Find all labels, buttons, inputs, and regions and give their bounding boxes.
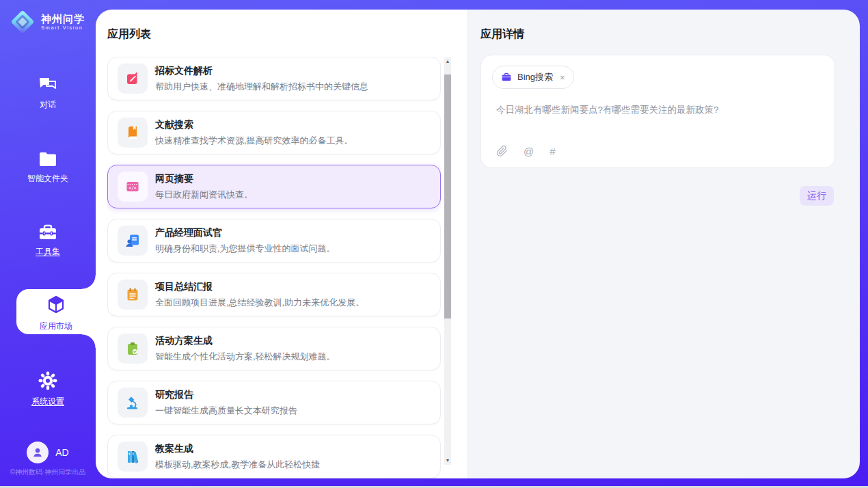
sidebar-item-label: 系统设置 <box>0 396 96 407</box>
app-name: 产品经理面试官 <box>155 227 222 238</box>
app-name: 文献搜索 <box>155 119 193 130</box>
copyright-text: ©神州数码·神州问学出品 <box>0 467 96 477</box>
icon-box <box>118 442 148 472</box>
app-desc: 智能生成个性化活动方案,轻松解决规划难题。 <box>155 351 336 363</box>
microscope-icon <box>124 394 141 411</box>
app-card-bid-analysis[interactable]: 招标文件解析 帮助用户快速、准确地理解和解析招标书中的关键信息 <box>107 57 441 100</box>
app-desc: 模板驱动,教案秒成,教学准备从此轻松快捷 <box>155 459 320 471</box>
app-name: 网页摘要 <box>155 173 193 184</box>
avatar <box>27 442 49 463</box>
sidebar-item-smart-folder[interactable]: 智能文件夹 <box>0 150 96 185</box>
app-desc: 每日政府新闻资讯快查。 <box>155 189 253 201</box>
app-detail-panel: 应用详情 Bing搜索 × 今日湖北有哪些新闻要点?有哪些需要关注的最新政策? … <box>467 10 860 478</box>
paperclip-icon[interactable] <box>496 145 508 157</box>
toolbox-icon <box>38 223 58 241</box>
cube-icon <box>46 295 66 315</box>
app-name: 活动方案生成 <box>155 335 213 346</box>
tool-chip-label: Bing搜索 <box>517 71 553 83</box>
edit-document-icon <box>124 70 141 87</box>
sidebar-item-app-market[interactable]: 应用市场 <box>16 289 96 334</box>
sidebar: 神州问学 Smart Vision 对话 智能文件夹 工具集 <box>0 0 96 486</box>
sidebar-item-label: 智能文件夹 <box>0 173 96 185</box>
notepad-icon <box>124 286 141 303</box>
app-card-web-summary[interactable]: </> 网页摘要 每日政府新闻资讯快查。 <box>107 165 441 208</box>
app-list: 招标文件解析 帮助用户快速、准确地理解和解析招标书中的关键信息 文献搜索 快速精… <box>107 57 441 478</box>
app-list-panel: 应用列表 招标文件解析 帮助用户快速、准确地理解和解析招标书中的关键信息 <box>96 10 467 478</box>
user-icon <box>31 446 44 459</box>
gear-icon <box>38 370 58 391</box>
app-card-project-summary[interactable]: 项目总结汇报 全面回顾项目进展,总结经验教训,助力未来优化发展。 <box>107 273 441 316</box>
app-card-literature-search[interactable]: 文献搜索 快速精准查找学术资源,提高研究效率的必备工具。 <box>107 111 441 154</box>
sidebar-item-label: 工具集 <box>0 246 96 258</box>
logo-title: 神州问学 <box>41 13 85 25</box>
app-detail-title: 应用详情 <box>480 27 524 42</box>
icon-box <box>118 334 148 364</box>
user-initials: AD <box>55 447 68 458</box>
app-card-event-plan[interactable]: 活动方案生成 智能生成个性化活动方案,轻松解决规划难题。 <box>107 327 441 370</box>
input-toolbar: @ # <box>496 145 556 157</box>
scrollbar-up-arrow[interactable]: ▲ <box>444 57 451 66</box>
folder-icon <box>38 150 58 168</box>
bubble-bottom-curve <box>82 334 96 348</box>
run-button[interactable]: 运行 <box>800 186 834 206</box>
main-content: 应用列表 招标文件解析 帮助用户快速、准确地理解和解析招标书中的关键信息 <box>96 10 860 478</box>
tool-chip-bing-search[interactable]: Bing搜索 × <box>492 66 574 89</box>
person-document-icon <box>124 232 141 249</box>
svg-text:</>: </> <box>128 185 136 190</box>
app-name: 项目总结汇报 <box>155 281 213 292</box>
mention-icon[interactable]: @ <box>524 146 534 157</box>
app-desc: 一键智能生成高质量长文本研究报告 <box>155 405 297 417</box>
icon-box <box>118 64 148 94</box>
app-name: 招标文件解析 <box>155 65 213 76</box>
app-list-title: 应用列表 <box>107 27 151 42</box>
icon-box: </> <box>118 172 148 202</box>
icon-box <box>118 226 148 256</box>
icon-box <box>118 118 148 148</box>
user-account[interactable]: AD <box>0 442 96 463</box>
sidebar-item-label: 对话 <box>0 99 96 111</box>
query-text[interactable]: 今日湖北有哪些新闻要点?有哪些需要关注的最新政策? <box>496 103 819 117</box>
app-desc: 明确身份和职责,为您提供专业性的面试问题。 <box>155 243 336 255</box>
app-name: 教案生成 <box>155 443 193 454</box>
app-card-lesson-plan[interactable]: 教案生成 模板驱动,教案秒成,教学准备从此轻松快捷 <box>107 435 441 478</box>
scrollbar-thumb[interactable] <box>444 74 451 318</box>
sidebar-item-toolset[interactable]: 工具集 <box>0 223 96 258</box>
books-icon <box>124 448 141 465</box>
icon-box <box>118 388 148 418</box>
browser-code-icon: </> <box>124 178 141 195</box>
chat-icon <box>38 75 58 94</box>
briefcase-icon <box>501 72 512 83</box>
query-card: Bing搜索 × 今日湖北有哪些新闻要点?有哪些需要关注的最新政策? @ # <box>480 55 835 168</box>
book-icon <box>124 124 141 141</box>
bubble-top-curve <box>82 275 96 289</box>
app-name: 研究报告 <box>155 389 193 400</box>
logo-subtitle: Smart Vision <box>41 25 85 31</box>
hashtag-icon[interactable]: # <box>550 146 555 157</box>
sidebar-item-chat[interactable]: 对话 <box>0 75 96 111</box>
app-desc: 快速精准查找学术资源,提高研究效率的必备工具。 <box>155 135 353 147</box>
app-desc: 帮助用户快速、准确地理解和解析招标书中的关键信息 <box>155 81 368 93</box>
icon-box <box>118 280 148 310</box>
logo-diamond-icon <box>10 9 36 35</box>
clipboard-check-icon <box>124 340 141 357</box>
app-card-pm-interviewer[interactable]: 产品经理面试官 明确身份和职责,为您提供专业性的面试问题。 <box>107 219 441 262</box>
scrollbar-down-arrow[interactable]: ▼ <box>444 457 451 465</box>
app-logo: 神州问学 Smart Vision <box>10 9 85 35</box>
app-card-research-report[interactable]: 研究报告 一键智能生成高质量长文本研究报告 <box>107 381 441 424</box>
sidebar-item-label: 应用市场 <box>16 321 96 332</box>
app-desc: 全面回顾项目进展,总结经验教训,助力未来优化发展。 <box>155 297 364 309</box>
scrollbar[interactable]: ▲ ▼ <box>444 57 451 465</box>
chip-close-icon[interactable]: × <box>560 72 565 83</box>
sidebar-item-settings[interactable]: 系统设置 <box>0 370 96 407</box>
